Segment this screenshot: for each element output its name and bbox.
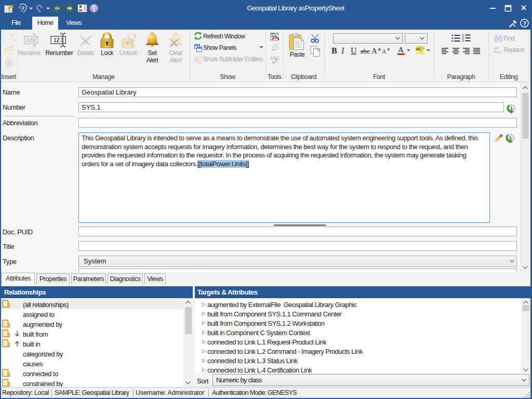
svg-text:12: 12 (54, 37, 60, 43)
svg-text:3: 3 (462, 39, 464, 43)
svg-text:AB: AB (26, 37, 33, 43)
svg-text:ac: ac (497, 50, 501, 54)
svg-text:ABC: ABC (270, 56, 280, 61)
svg-text:?: ? (523, 20, 527, 26)
